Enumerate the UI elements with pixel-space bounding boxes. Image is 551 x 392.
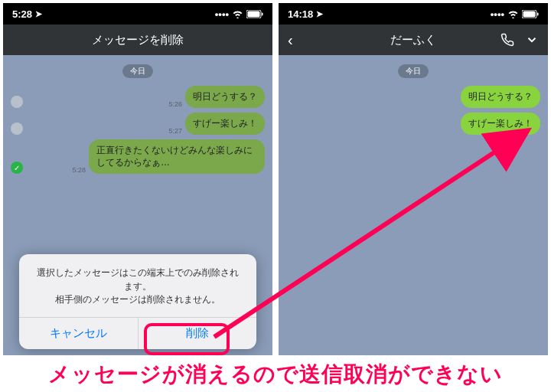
wifi-icon [507, 10, 519, 18]
nav-title: だーふく [390, 33, 436, 47]
select-circle[interactable] [11, 96, 23, 108]
call-icon[interactable] [500, 33, 514, 47]
message-bubble: 明日どうする？ [461, 86, 540, 108]
status-time: 5:28 [12, 8, 32, 20]
message-bubble: すげー楽しみ！ [461, 113, 540, 135]
message-time: 5:28 [72, 166, 86, 174]
nav-bar: ‹ だーふく [279, 24, 548, 55]
message-time: 5:26 [168, 100, 182, 108]
dialog-message: 選択したメッセージはこの端末上でのみ削除されます。 相手側のメッセージは削除され… [19, 254, 256, 317]
status-bar: 14:18 ➤ •••• [279, 3, 548, 24]
message-time: 5:27 [168, 127, 182, 135]
chat-area: 今日 明日どうする？ すげー楽しみ！ [279, 55, 548, 355]
caption-text: メッセージが消えるので送信取消ができない [0, 360, 551, 389]
battery-icon [522, 10, 539, 18]
select-circle[interactable] [11, 122, 23, 135]
status-time: 14:18 [288, 8, 313, 20]
message-row[interactable]: すげー楽しみ！ [286, 113, 540, 135]
svg-rect-4 [523, 11, 536, 17]
svg-rect-1 [248, 11, 260, 17]
date-badge: 今日 [398, 64, 429, 78]
battery-icon [246, 10, 263, 18]
delete-button[interactable]: 削除 [138, 318, 257, 349]
message-bubble: 正直行きたくないけどみんな楽しみにしてるからなぁ… [89, 139, 265, 175]
svg-rect-2 [262, 12, 263, 15]
nav-bar: メッセージを削除 [3, 24, 272, 55]
message-row[interactable]: 5:27 すげー楽しみ！ [11, 113, 265, 135]
select-circle-checked[interactable]: ✓ [11, 162, 23, 174]
svg-rect-5 [537, 12, 539, 15]
signal-icon: •••• [491, 8, 504, 20]
phone-right: 14:18 ➤ •••• ‹ だーふく 今日 明日どうする？ すげー楽しみ！ [279, 3, 548, 355]
message-bubble: 明日どうする？ [185, 86, 265, 108]
message-row[interactable]: ✓ 5:28 正直行きたくないけどみんな楽しみにしてるからなぁ… [11, 139, 265, 175]
cancel-button[interactable]: キャンセル [19, 318, 138, 349]
delete-dialog: 選択したメッセージはこの端末上でのみ削除されます。 相手側のメッセージは削除され… [19, 254, 256, 349]
signal-icon: •••• [215, 8, 229, 20]
status-bar: 5:28 ➤ •••• [3, 3, 272, 24]
message-bubble: すげー楽しみ！ [185, 113, 265, 135]
chat-area: 今日 5:26 明日どうする？ 5:27 すげー楽しみ！ ✓ 5:28 正直行き… [3, 55, 272, 355]
nav-title: メッセージを削除 [92, 33, 184, 47]
message-row[interactable]: 5:26 明日どうする？ [11, 86, 265, 108]
location-icon: ➤ [316, 9, 323, 19]
message-row[interactable]: 明日どうする？ [286, 86, 540, 108]
date-badge: 今日 [122, 64, 153, 78]
location-icon: ➤ [35, 9, 42, 19]
chevron-down-icon[interactable] [525, 33, 539, 47]
wifi-icon [232, 10, 243, 18]
phone-left: 5:28 ➤ •••• メッセージを削除 今日 5:26 明日どうする？ 5:2… [3, 3, 272, 355]
back-button[interactable]: ‹ [288, 31, 293, 49]
